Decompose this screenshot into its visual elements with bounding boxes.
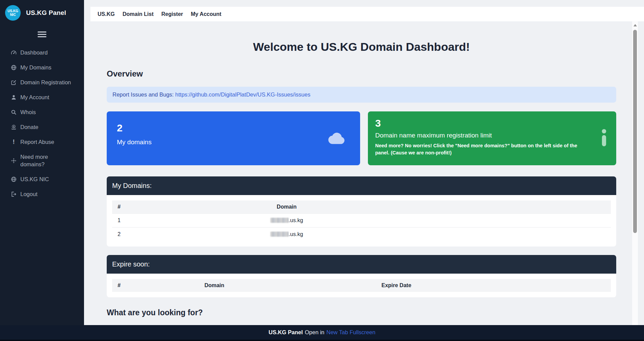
sidebar-item-whois[interactable]: Whois <box>11 108 78 116</box>
topnav-item-domain-list[interactable]: Domain List <box>123 11 154 17</box>
my-domains-stat-card: 2 My domains <box>107 111 360 165</box>
topnav-item-register[interactable]: Register <box>161 11 183 17</box>
column-header-num: # <box>112 200 147 214</box>
user-icon <box>11 94 17 100</box>
page-title: Welcome to US.KG Domain Dashboard! <box>107 40 616 54</box>
table-row: 2 .us.kg <box>112 228 611 241</box>
sidebar-item-label: My Account <box>20 93 49 101</box>
domain-cell: .us.kg <box>147 228 426 241</box>
dashboard-icon <box>11 50 17 56</box>
exclamation-icon: ! <box>11 139 17 145</box>
redacted-domain <box>270 232 289 237</box>
scrollbar-thumb[interactable] <box>633 30 637 233</box>
column-header-expire-date: Expire Date <box>282 279 511 292</box>
sidebar-item-label: Need more domains? <box>20 153 71 168</box>
column-header-domain: Domain <box>147 200 426 214</box>
topnav-item-uskg[interactable]: US.KG <box>98 11 115 17</box>
looking-for-heading: What are you looking for? <box>107 308 616 317</box>
menu-toggle-icon[interactable] <box>38 31 46 37</box>
sidebar-item-label: US.KG NIC <box>20 175 49 183</box>
my-domains-count: 2 <box>117 122 350 134</box>
report-issues-alert: Report Issues and Bugs: https://github.c… <box>107 87 616 103</box>
footer-text: Open in <box>305 329 325 336</box>
sidebar-item-label: Dashboard <box>20 49 48 56</box>
footer-bar: US.KG Panel Open in New Tab Fullscreen <box>0 325 644 341</box>
registration-limit-note: Need more? No worries! Click the "Need m… <box>375 142 608 156</box>
panel-title: US.KG Panel <box>26 9 66 17</box>
sidebar-item-report-abuse[interactable]: ! Report Abuse <box>11 138 78 146</box>
footer-brand: US.KG Panel <box>269 329 303 336</box>
top-navbar: US.KG Domain List Register My Account <box>90 7 644 21</box>
row-number: 2 <box>112 228 147 241</box>
sidebar-item-label: Logout <box>20 190 37 198</box>
my-domains-panel-heading: My Domains: <box>107 176 616 195</box>
edit-icon <box>11 80 17 85</box>
redacted-domain <box>270 218 289 223</box>
stat-cards-row: 2 My domains 3 Domain name maximum regis… <box>107 111 616 165</box>
globe-icon <box>11 176 17 182</box>
cloud-icon <box>327 131 347 146</box>
domain-suffix: .us.kg <box>289 217 303 223</box>
alert-text: Report Issues and Bugs: <box>112 91 174 98</box>
expire-soon-panel-heading: Expire soon: <box>107 255 616 274</box>
sidebar-item-my-domains[interactable]: My Domains <box>11 64 78 71</box>
expire-soon-panel: Expire soon: # Domain Expire Date <box>107 255 616 297</box>
column-header-domain: Domain <box>147 279 282 292</box>
search-icon <box>11 109 17 115</box>
sidebar-item-dashboard[interactable]: Dashboard <box>11 49 78 56</box>
topnav-item-my-account[interactable]: My Account <box>191 11 221 17</box>
vertical-scrollbar[interactable] <box>632 21 638 325</box>
my-domains-table: # Domain 1 .us.kg 2 .us.kg <box>112 200 611 241</box>
open-new-tab-fullscreen-link[interactable]: New Tab Fullscreen <box>327 329 376 336</box>
overview-heading: Overview <box>107 69 616 79</box>
donate-icon <box>11 124 17 130</box>
sidebar-item-uskg-nic[interactable]: US.KG NIC <box>11 175 78 183</box>
my-domains-label: My domains <box>117 138 350 146</box>
move-icon <box>11 158 17 164</box>
sidebar-item-my-account[interactable]: My Account <box>11 93 78 101</box>
sidebar-item-donate[interactable]: Donate <box>11 123 78 131</box>
uskg-nic-logo: US.KG NIC <box>5 5 21 21</box>
globe-icon <box>11 65 17 70</box>
github-issues-link[interactable]: https://github.com/DigitalPlatDev/US.KG-… <box>175 91 310 98</box>
table-row: 1 .us.kg <box>112 214 611 228</box>
registration-limit-stat-card: 3 Domain name maximum registration limit… <box>368 111 617 165</box>
expire-soon-table: # Domain Expire Date <box>112 279 611 292</box>
sidebar-item-label: Whois <box>20 108 36 116</box>
domain-cell: .us.kg <box>147 214 426 228</box>
sidebar-item-need-more-domains[interactable]: Need more domains? <box>11 153 78 168</box>
logo-text-line2: NIC <box>10 13 16 17</box>
my-domains-panel: My Domains: # Domain 1 .us.kg <box>107 176 616 247</box>
logout-icon <box>11 191 17 197</box>
domain-suffix: .us.kg <box>289 231 303 237</box>
sidebar-item-label: Report Abuse <box>20 138 54 146</box>
column-header-num: # <box>112 279 147 292</box>
info-icon <box>601 129 607 148</box>
sidebar-nav: Dashboard My Domains Domain Registration… <box>0 49 84 198</box>
sidebar-item-logout[interactable]: Logout <box>11 190 78 198</box>
registration-limit-title: Domain name maximum registration limit <box>375 132 608 139</box>
sidebar-item-label: Domain Registration <box>20 79 71 86</box>
brand: US.KG NIC US.KG Panel <box>0 0 84 21</box>
registration-limit-count: 3 <box>375 118 608 129</box>
main-content: Welcome to US.KG Domain Dashboard! Overv… <box>84 21 644 325</box>
sidebar-item-label: Donate <box>20 123 38 131</box>
row-number: 1 <box>112 214 147 228</box>
sidebar-item-label: My Domains <box>20 64 51 71</box>
logo-text-line1: US.KG <box>7 9 18 13</box>
sidebar-item-domain-registration[interactable]: Domain Registration <box>11 79 78 86</box>
scrollbar-up-arrow-icon[interactable] <box>633 24 637 26</box>
sidebar: US.KG NIC US.KG Panel Dashboard My Domai… <box>0 0 84 341</box>
